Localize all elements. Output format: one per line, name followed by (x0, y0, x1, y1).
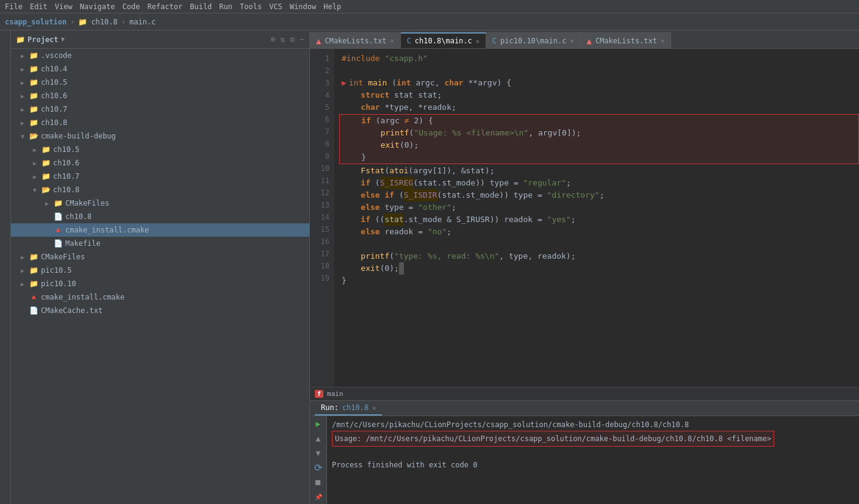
folder-icon: 📁 (29, 105, 38, 113)
code-line-14: if ((stat.st_mode & S_IRUSR)) readok = "… (339, 214, 859, 226)
sidebar-item-cmakefiles2[interactable]: ▶ 📁 CMakeFiles (11, 250, 309, 264)
menu-code[interactable]: Code (123, 2, 140, 11)
folder-icon-sidebar: 📁 (16, 35, 25, 44)
arrow-icon: ▶ (21, 66, 29, 73)
code-editor: 12345 678910 1112131415 16171819 #includ… (310, 49, 859, 387)
sidebar-item-vscode[interactable]: ▶ 📁 .vscode (11, 49, 309, 62)
sidebar-item-cmakefiles[interactable]: ▶ 📁 CMakeFiles (11, 196, 309, 210)
code-line-3: ▶ int main (int argc, char **argv) { (339, 77, 859, 89)
code-line-6: if (argc ≠ 2) { (340, 115, 858, 127)
code-line-19: } (339, 275, 859, 287)
minimize-icon[interactable]: − (300, 35, 304, 44)
tab-cmakelists2[interactable]: ▲ CMakeLists.txt ✕ (580, 32, 671, 48)
run-name: ch10.8 (342, 403, 368, 412)
code-line-11: if (S_ISREG(stat.st_mode)) type = "regul… (339, 177, 859, 189)
arrow-icon: ▶ (21, 93, 29, 99)
pin-button[interactable]: 📌 (312, 492, 325, 503)
cmake-tab-icon: ▲ (316, 36, 321, 46)
code-line-17: printf("type: %s, read: %s\n", type, rea… (339, 250, 859, 262)
tab-cmakelists1[interactable]: ▲ CMakeLists.txt ✕ (310, 32, 401, 48)
sidebar-header: 📁 Project ▼ ⊕ ⇅ ⚙ − (11, 31, 309, 49)
sidebar-item-cmake-ch106[interactable]: ▶ 📁 ch10.6 (11, 156, 309, 170)
sidebar-item-ch108-exe[interactable]: 📄 ch10.8 (11, 210, 309, 223)
tab-pic-main-c[interactable]: C pic10.10\main.c ✕ (486, 32, 581, 48)
tab-main-c[interactable]: C ch10.8\main.c ✕ (401, 32, 486, 48)
arrow-icon: ▶ (21, 254, 29, 261)
line-numbers: 12345 678910 1112131415 16171819 (310, 49, 334, 387)
cmake-icon: 🔺 (29, 293, 38, 301)
close-tab-icon[interactable]: ✕ (570, 37, 573, 44)
sidebar-item-cmakecache[interactable]: 📄 CMakeCache.txt (11, 304, 309, 317)
breadcrumb-file: main.c (129, 18, 156, 26)
stop-button[interactable]: ⏹ (312, 477, 325, 488)
code-content[interactable]: #include "csapp.h" ▶ int main (int argc,… (334, 49, 859, 387)
folder-open-icon: 📂 (41, 185, 51, 194)
menu-view[interactable]: View (55, 2, 73, 11)
sidebar-item-ch106[interactable]: ▶ 📁 ch10.6 (11, 89, 309, 103)
scroll-down-button[interactable]: ▼ (312, 447, 325, 458)
menu-window[interactable]: Window (290, 2, 316, 11)
arrow-icon: ▼ (33, 187, 41, 193)
settings-icon[interactable]: ⚙ (290, 35, 295, 44)
menu-help[interactable]: Help (323, 2, 341, 11)
run-tab[interactable]: Run: ch10.8 ✕ (315, 401, 382, 416)
code-line-10: Fstat(atoi(argv[1]), &stat); (339, 165, 859, 177)
sidebar-item-pic1010[interactable]: ▶ 📁 pic10.10 (11, 277, 309, 290)
sidebar-header-icons: ⊕ ⇅ ⚙ − (271, 35, 304, 44)
sidebar-item-ch105[interactable]: ▶ 📁 ch10.5 (11, 76, 309, 89)
scroll-up-button[interactable]: ▲ (312, 433, 325, 444)
bottom-tabs: Run: ch10.8 ✕ (310, 401, 859, 416)
code-line-1: #include "csapp.h" (339, 52, 859, 65)
sidebar-item-makefile[interactable]: 📄 Makefile (11, 237, 309, 250)
collapse-icon[interactable]: ⇅ (281, 35, 286, 44)
sidebar-item-cmake-install[interactable]: 🔺 cmake_install.cmake (11, 223, 309, 237)
close-tab-icon[interactable]: ✕ (390, 37, 394, 44)
folder-icon: 📁 (29, 92, 38, 100)
close-run-tab-icon[interactable]: ✕ (372, 405, 376, 411)
menu-tools[interactable]: Tools (240, 2, 262, 11)
breadcrumb-folder: ch10.8 (91, 18, 117, 26)
locate-icon[interactable]: ⊕ (271, 35, 276, 44)
bottom-panel: Run: ch10.8 ✕ ▶ ▲ ▼ ⟳ ⏹ 📌 ⚙ / (310, 400, 859, 504)
run-output: /mnt/c/Users/pikachu/CLionProjects/csapp… (327, 416, 859, 504)
sidebar-item-ch107[interactable]: ▶ 📁 ch10.7 (11, 103, 309, 116)
sidebar-title: 📁 Project ▼ (16, 35, 65, 44)
menu-refactor[interactable]: Refactor (147, 2, 182, 11)
cmake-icon: 🔺 (54, 226, 63, 234)
output-line-path: /mnt/c/Users/pikachu/CLionProjects/csapp… (332, 419, 854, 431)
sidebar-item-cmake-ch105[interactable]: ▶ 📁 ch10.5 (11, 143, 309, 156)
menu-edit[interactable]: Edit (30, 2, 48, 11)
folder-open-icon: 📂 (29, 132, 38, 140)
file-icon: 📄 (54, 239, 63, 248)
fn-badge: f (315, 390, 323, 398)
menu-vcs[interactable]: VCS (269, 2, 282, 11)
code-line-18: exit(0); (339, 262, 859, 275)
code-line-16 (339, 238, 859, 250)
editor-container: ▲ CMakeLists.txt ✕ C ch10.8\main.c ✕ C p… (310, 31, 859, 504)
menu-build[interactable]: Build (190, 2, 212, 11)
arrow-icon: ▶ (21, 79, 29, 86)
sidebar-item-pic105[interactable]: ▶ 📁 pic10.5 (11, 264, 309, 277)
sidebar-item-cmake-ch107[interactable]: ▶ 📁 ch10.7 (11, 170, 309, 183)
left-strip (0, 31, 11, 504)
rerun-button[interactable]: ⟳ (312, 462, 325, 473)
breadcrumb-fn-name: main (327, 390, 343, 398)
code-line-13: else type = "other"; (339, 201, 859, 214)
folder-icon: 📁 (29, 118, 38, 127)
sidebar-item-ch104[interactable]: ▶ 📁 ch10.4 (11, 62, 309, 76)
run-button[interactable]: ▶ (312, 419, 325, 430)
menu-file[interactable]: File (5, 2, 23, 11)
code-line-12: else if (S_ISDIR(stat.st_mode)) type = "… (339, 189, 859, 201)
sidebar-item-cmake-ch108[interactable]: ▼ 📂 ch10.8 (11, 183, 309, 196)
c-tab-icon: C (407, 37, 411, 45)
sidebar-item-cmake-build-debug[interactable]: ▼ 📂 cmake-build-debug (11, 129, 309, 143)
sidebar-item-ch108-root[interactable]: ▶ 📁 ch10.8 (11, 116, 309, 129)
close-tab-icon[interactable]: ✕ (661, 37, 664, 44)
cmake-tab-icon: ▲ (586, 36, 591, 46)
exe-icon: 📄 (54, 212, 63, 221)
menu-navigate[interactable]: Navigate (80, 2, 115, 11)
menu-run[interactable]: Run (219, 2, 232, 11)
code-line-8: exit(0); (340, 139, 858, 151)
sidebar-item-cmake-root[interactable]: 🔺 cmake_install.cmake (11, 290, 309, 304)
close-tab-icon[interactable]: ✕ (476, 38, 480, 45)
